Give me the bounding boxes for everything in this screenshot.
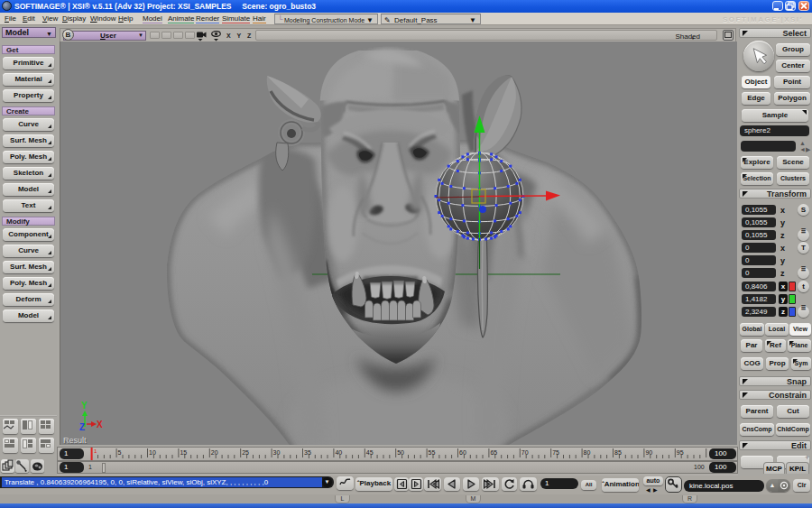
svg-text:5: 5 xyxy=(118,449,122,456)
svg-text:1: 1 xyxy=(94,448,97,454)
svg-text:75: 75 xyxy=(552,449,559,456)
svg-text:Z: Z xyxy=(79,422,85,432)
svg-text:35: 35 xyxy=(304,449,311,456)
svg-text:10: 10 xyxy=(149,449,156,456)
svg-text:95: 95 xyxy=(677,449,684,456)
svg-text:70: 70 xyxy=(521,449,529,456)
svg-text:15: 15 xyxy=(180,449,187,456)
svg-text:90: 90 xyxy=(645,449,652,456)
svg-text:20: 20 xyxy=(211,449,218,456)
svg-text:45: 45 xyxy=(366,449,374,456)
svg-text:85: 85 xyxy=(614,449,622,456)
svg-text:25: 25 xyxy=(242,449,249,456)
svg-text:80: 80 xyxy=(584,449,591,456)
svg-text:65: 65 xyxy=(490,449,497,456)
svg-text:Y: Y xyxy=(81,401,88,411)
svg-text:40: 40 xyxy=(335,449,342,456)
svg-text:55: 55 xyxy=(429,449,436,456)
svg-text:50: 50 xyxy=(397,449,404,456)
svg-text:30: 30 xyxy=(273,449,281,456)
svg-text:X: X xyxy=(97,420,103,429)
svg-text:60: 60 xyxy=(459,449,466,456)
svg-text:Result: Result xyxy=(63,436,87,445)
